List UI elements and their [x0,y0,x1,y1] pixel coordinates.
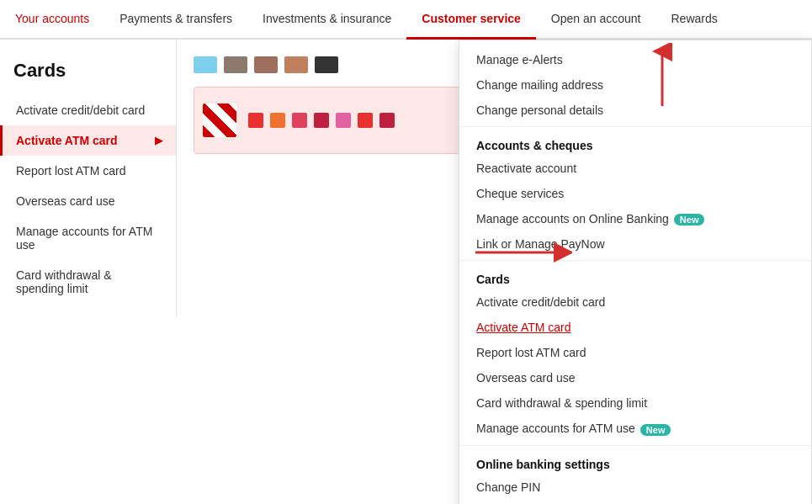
card-dot [314,113,329,128]
dropdown-item-label: Manage accounts for ATM use [476,422,635,435]
sidebar-item[interactable]: Manage accounts for ATM use [0,216,176,260]
dropdown-menu: Manage e-AlertsChange mailing addressCha… [459,40,812,504]
nav-item-rewards[interactable]: Rewards [656,0,733,40]
nav-item-your-accounts[interactable]: Your accounts [0,0,104,40]
card-logo [203,103,236,137]
dropdown-item-label: Manage e-Alerts [476,53,563,66]
color-swatch[interactable] [254,56,278,73]
dropdown-item[interactable]: Overseas card use [459,365,811,390]
sidebar-title: Cards [0,53,176,95]
dropdown-item[interactable]: Manage accounts for ATM useNew [459,416,811,441]
card-dot [379,113,395,128]
sidebar-item-label: Overseas card use [16,194,115,208]
nav-item-customer-service[interactable]: Customer service [406,0,536,40]
sidebar-item-label: Report lost ATM card [16,164,125,178]
dropdown-item-label: Change PIN [476,480,540,494]
nav-item-payments---transfers[interactable]: Payments & transfers [104,0,247,40]
sidebar-item[interactable]: Activate ATM card▶ [0,125,176,156]
dropdown-item[interactable]: Activate credit/debit card [459,289,811,315]
dropdown-item[interactable]: Cheque services [459,181,811,206]
dropdown-item[interactable]: Report lost ATM card [459,340,811,365]
dropdown-item[interactable]: Change access code [459,500,811,504]
dropdown-item[interactable]: Change personal details [459,98,811,123]
card-dot [292,113,307,128]
new-badge: New [674,214,705,225]
nav-item-open-an-account[interactable]: Open an account [536,0,656,40]
dropdown-item[interactable]: Card withdrawal & spending limit [459,390,811,416]
sidebar-item[interactable]: Card withdrawal & spending limit [0,260,176,304]
dropdown-item[interactable]: Manage e-Alerts [459,47,811,72]
dropdown-section-header: Accounts & cheques [459,130,811,156]
dropdown-item-label: Card withdrawal & spending limit [476,396,647,410]
dropdown-item[interactable]: Change PIN [459,475,811,500]
sidebar-item[interactable]: Activate credit/debit card [0,95,176,125]
sidebar-item-label: Activate ATM card [16,134,118,147]
dropdown-divider [459,445,811,446]
color-swatch[interactable] [315,56,338,73]
sidebar: Cards Activate credit/debit cardActivate… [0,40,177,317]
color-swatch[interactable] [284,56,308,73]
dropdown-section-header: Cards [459,264,811,289]
nav-item-investments---insurance[interactable]: Investments & insurance [247,0,406,40]
dropdown-divider [459,126,811,127]
dropdown-item-label: Cheque services [476,187,564,200]
dropdown-item-label: Reactivate account [476,162,576,175]
sidebar-item-label: Card withdrawal & spending limit [16,268,162,295]
card-dot [248,113,263,128]
dropdown-item-label: Change mailing address [476,78,603,92]
dropdown-item-label: Report lost ATM card [476,346,586,359]
arrow-up-icon [637,43,687,110]
dropdown-item-label: Overseas card use [476,371,576,385]
dropdown-item-label: Activate ATM card [476,321,571,334]
card-dot [270,113,285,128]
dropdown-item-label: Manage accounts on Online Banking [476,212,669,225]
content-area: Manage e-AlertsChange mailing addressCha… [177,40,812,317]
arrow-right-icon [471,240,572,265]
sidebar-item-label: Manage accounts for ATM use [16,225,162,252]
new-badge: New [640,424,671,436]
dropdown-item[interactable]: Change mailing address [459,72,811,98]
dropdown-item[interactable]: Manage accounts on Online BankingNew [459,206,811,231]
dropdown-item[interactable]: Activate ATM card [459,315,811,340]
dropdown-section-header: Online banking settings [459,449,811,475]
card-dot [358,113,373,128]
sidebar-item-label: Activate credit/debit card [16,103,145,117]
color-swatch[interactable] [224,56,247,73]
nav-bar: Your accountsPayments & transfersInvestm… [0,0,812,40]
main-layout: Cards Activate credit/debit cardActivate… [0,40,812,317]
dropdown-item-label: Change personal details [476,103,603,117]
sidebar-item[interactable]: Overseas card use [0,186,176,216]
color-swatch[interactable] [194,56,217,73]
card-dot [336,113,351,128]
chevron-right-icon: ▶ [155,135,162,146]
sidebar-item[interactable]: Report lost ATM card [0,156,176,186]
dropdown-item-label: Activate credit/debit card [476,295,605,309]
dropdown-item[interactable]: Reactivate account [459,156,811,181]
